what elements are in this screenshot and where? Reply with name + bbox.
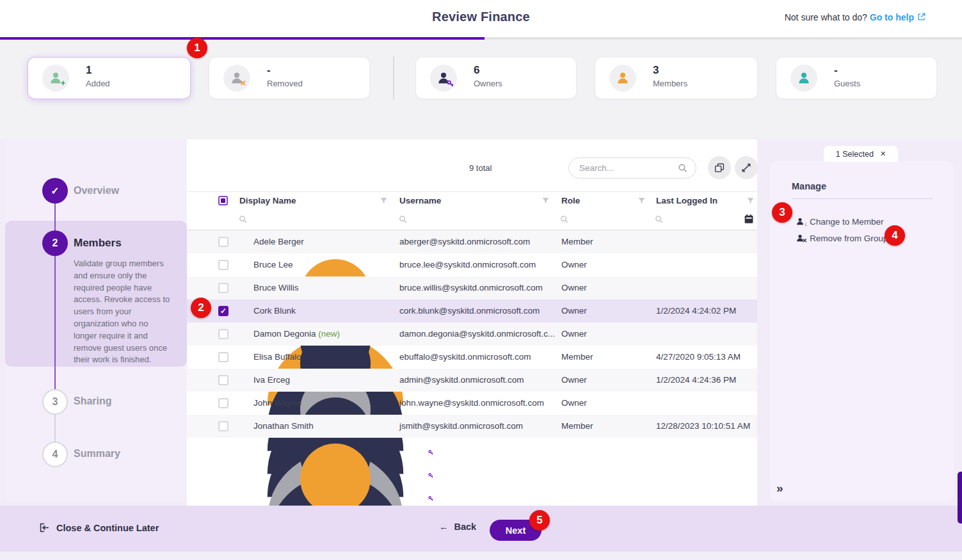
row-checkbox[interactable]: [218, 237, 228, 247]
expand-icon: [741, 162, 752, 173]
column-header-display-name[interactable]: Display Name: [239, 196, 296, 205]
row-checkbox[interactable]: [218, 421, 228, 431]
scrollbar-thumb[interactable]: [958, 472, 962, 524]
step-label-sharing[interactable]: Sharing: [74, 396, 112, 407]
step-connector: [54, 256, 56, 389]
column-header-username[interactable]: Username: [399, 196, 441, 205]
step-description-members: Validate group members and ensure only t…: [74, 258, 173, 366]
close-continue-later-button[interactable]: Close & Continue Later: [38, 522, 159, 534]
exit-icon: [38, 522, 51, 534]
column-search-icon[interactable]: [398, 214, 408, 224]
close-icon[interactable]: ✕: [880, 150, 886, 158]
role-cell: Member: [561, 352, 593, 362]
back-button[interactable]: ← Back: [439, 522, 476, 532]
role-cell: Owner: [561, 306, 587, 316]
stat-card-guests[interactable]: - Guests: [776, 58, 936, 99]
role-cell: Owner: [561, 260, 587, 269]
check-icon: ✓: [51, 185, 59, 197]
page-title: Review Finance: [432, 10, 530, 24]
filter-icon[interactable]: [637, 196, 646, 205]
column-search-icon[interactable]: [654, 214, 664, 224]
stat-label: Members: [653, 79, 687, 88]
expand-button[interactable]: [735, 156, 758, 179]
display-name-cell: Adele Berger: [253, 237, 304, 246]
row-checkbox[interactable]: [218, 260, 228, 270]
select-all-checkbox[interactable]: [218, 196, 228, 205]
table-row[interactable]: Damon Degonia (new) damon.degonia@syskit…: [187, 323, 757, 346]
username-cell: cork.blunk@syskitd.onmicrosoft.com: [399, 306, 540, 316]
column-search-icon[interactable]: [238, 214, 248, 224]
go-to-help-link[interactable]: Go to help: [870, 12, 914, 22]
new-tag: (new): [318, 329, 340, 339]
filter-icon[interactable]: [746, 196, 755, 205]
stat-label: Added: [86, 79, 110, 88]
step-circle-sharing[interactable]: 3: [42, 389, 68, 415]
table-row[interactable]: Elisa Buffalo ebuffalo@syskitd.onmicroso…: [187, 346, 757, 369]
remove-from-group-action[interactable]: ✕ Remove from Group: [796, 232, 888, 244]
change-to-member-action[interactable]: ↓ Change to Member: [796, 215, 884, 228]
stat-card-added[interactable]: + 1 Added: [28, 58, 190, 99]
display-name-cell: Iva Erceg: [253, 375, 290, 385]
copy-icon: [714, 162, 725, 173]
last-logged-in-cell: 12/28/2023 10:10:51 AM: [656, 421, 750, 431]
filter-icon[interactable]: [541, 196, 550, 205]
external-link-icon: [917, 12, 926, 22]
selection-tab[interactable]: 1 Selected ✕: [824, 146, 898, 162]
annotation-badge-2: 2: [191, 298, 211, 318]
help-prefix: Not sure what to do?: [785, 12, 867, 22]
table-filter-row: [187, 209, 757, 230]
row-checkbox[interactable]: [218, 398, 228, 408]
help-text: Not sure what to do? Go to help: [785, 12, 926, 22]
column-header-last-logged-in[interactable]: Last Logged In: [656, 196, 717, 205]
cards-divider: [393, 56, 394, 100]
step-circle-overview[interactable]: ✓: [42, 178, 68, 204]
last-logged-in-cell: 1/2/2024 4:24:02 PM: [656, 306, 736, 316]
row-checkbox[interactable]: [218, 283, 228, 293]
stat-value: 1: [86, 64, 92, 77]
bottom-strip: [0, 552, 962, 560]
step-circle-members[interactable]: 2: [42, 230, 68, 256]
table-row-selected[interactable]: ✓ Cork Blunk cork.blunk@syskitd.onmicros…: [187, 300, 757, 323]
display-name-cell: John Wayne: [253, 398, 301, 408]
username-cell: aberger@syskitd.onmicrosoft.com: [399, 237, 530, 246]
row-checkbox[interactable]: [218, 329, 228, 339]
table-row[interactable]: Adele Berger aberger@syskitd.onmicrosoft…: [187, 230, 757, 253]
annotation-badge-1: 1: [187, 38, 207, 58]
table-row[interactable]: John Wayne john.wayne@syskitd.onmicrosof…: [187, 392, 757, 415]
username-cell: john.wayne@syskitd.onmicrosoft.com: [399, 398, 544, 408]
stat-card-removed[interactable]: ✕ - Removed: [209, 58, 369, 99]
row-checkbox[interactable]: [218, 375, 228, 385]
row-checkbox-checked[interactable]: ✓: [218, 306, 228, 316]
step-circle-summary[interactable]: 4: [42, 442, 68, 467]
wizard-sidebar: ✓ Overview 2 Members Validate group memb…: [5, 140, 187, 502]
calendar-icon[interactable]: [743, 213, 755, 225]
collapse-panel-chevron[interactable]: »: [776, 481, 783, 495]
display-name-cell: Damon Degonia (new): [253, 329, 340, 339]
step-label-members[interactable]: Members: [74, 237, 122, 250]
filter-icon[interactable]: [379, 196, 389, 205]
role-cell: Owner: [561, 375, 587, 385]
step-label-overview[interactable]: Overview: [74, 185, 119, 196]
search-input[interactable]: [579, 158, 675, 178]
column-search-icon[interactable]: [559, 214, 569, 224]
stat-card-members[interactable]: 3 Members: [595, 58, 757, 99]
table-row[interactable]: Bruce Willis bruce.willis@syskitd.onmicr…: [187, 276, 757, 300]
step-label-summary[interactable]: Summary: [74, 448, 120, 460]
display-name-cell: Cork Blunk: [253, 306, 296, 316]
close-continue-label: Close & Continue Later: [56, 523, 159, 533]
username-cell: bruce.lee@syskitd.onmicrosoft.com: [399, 260, 536, 269]
row-checkbox[interactable]: [218, 352, 228, 362]
copy-columns-button[interactable]: [708, 156, 731, 179]
column-header-role[interactable]: Role: [561, 196, 580, 205]
table-row[interactable]: Bruce Lee bruce.lee@syskitd.onmicrosoft.…: [187, 253, 757, 276]
divider: [792, 198, 933, 199]
stat-card-owners[interactable]: 6 Owners: [416, 58, 576, 99]
role-cell: Member: [561, 421, 593, 431]
table-row[interactable]: Iva Erceg admin@syskitd.onmicrosoft.com …: [187, 369, 757, 392]
table-header-row: Display Name Username Role Last Logged I…: [187, 191, 757, 209]
stat-value: 3: [653, 64, 659, 77]
person-demote-icon: ↓: [796, 217, 805, 226]
table-row[interactable]: Jonathan Smith jsmith@syskitd.onmicrosof…: [187, 415, 757, 438]
arrow-left-icon: ←: [439, 522, 449, 532]
display-name-cell: Bruce Willis: [253, 283, 299, 292]
